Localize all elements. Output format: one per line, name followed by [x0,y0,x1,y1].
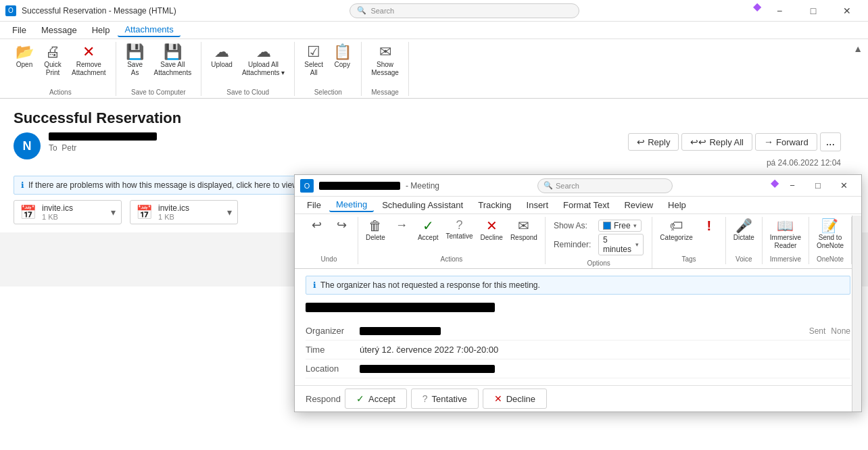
copy-icon: 📋 [333,45,352,59]
popup-decline-icon: ✕ [486,219,498,232]
popup-maximize-button[interactable]: □ [806,176,830,195]
show-as-row: Show As: Free ▾ [554,220,644,232]
more-icon: ... [826,136,835,147]
save-all-button[interactable]: 💾 Save AllAttachments [150,42,196,80]
ribbon-group-actions: 📂 Open 🖨 QuickPrint ✕ RemoveAttachment A… [5,42,116,96]
popup-delete-button[interactable]: 🗑 Delete [362,217,389,244]
redo-button[interactable]: ↪ [329,217,354,233]
reminder-dropdown-icon: ▾ [635,241,639,248]
recipient-name: Petr [62,143,76,153]
more-actions-button[interactable]: ... [820,132,841,151]
options-group-label: Options [550,258,648,268]
popup-minimize-button[interactable]: − [780,176,804,195]
search-icon: 🔍 [357,6,366,15]
show-message-icon: ✉ [379,45,391,59]
popup-outlook-icon: O [300,179,314,193]
dictate-button[interactable]: 🎤 Dictate [730,217,758,244]
open-icon: 📂 [16,45,34,59]
copy-button[interactable]: 📋 Copy [329,42,356,72]
menu-item-file[interactable]: File [5,24,33,36]
popup-close-button[interactable]: ✕ [831,176,856,195]
upload-all-button[interactable]: ☁ Upload AllAttachments ▾ [238,42,289,80]
time-label: Time [306,345,360,355]
quick-print-button[interactable]: 🖨 QuickPrint [39,42,66,80]
undo-button[interactable]: ↩ [304,217,329,233]
organizer-field: Organizer Sent None [306,322,850,341]
show-as-value[interactable]: Free ▾ [598,220,642,232]
save-cloud-group-label: Save to Cloud [207,86,289,96]
popup-tentative-button[interactable]: ? Tentative [442,217,476,243]
maximize-button[interactable]: □ [798,0,829,22]
popup-search-box[interactable]: 🔍 Search [537,178,673,193]
sender-name-redacted [49,132,157,141]
show-message-button[interactable]: ✉ ShowMessage [367,42,403,80]
popup-forward-arrow-button[interactable]: → [389,217,414,234]
menu-item-message[interactable]: Message [34,24,84,36]
immersive-reader-button[interactable]: 📖 ImmersiveReader [767,217,804,252]
popup-menu-file[interactable]: File [300,199,328,211]
popup-decline-button[interactable]: ✕ Decline [477,217,506,244]
ribbon-selection-items: ☑ SelectAll 📋 Copy [300,42,356,86]
collapse-icon[interactable]: ▲ [853,43,863,54]
ribbon-message-items: ✉ ShowMessage [367,42,403,86]
popup-menu-meeting[interactable]: Meeting [329,198,374,212]
popup-actions-group-label: Actions [362,254,541,264]
location-label: Location [306,364,360,374]
categorize-button[interactable]: 🏷 Categorize [656,217,696,244]
undo-group-label: Undo [304,254,354,264]
show-as-value-text: Free [614,221,631,230]
send-to-onenote-button[interactable]: 📝 Send toOneNote [813,217,847,252]
menu-item-attachments[interactable]: Attachments [118,23,180,37]
select-all-button[interactable]: ☑ SelectAll [300,42,327,80]
popup-title-suffix: - Meeting [406,181,439,191]
tags-group-label: Tags [656,254,721,264]
respond-decline-button[interactable]: ✕ Decline [483,389,547,409]
forward-icon: → [764,136,773,147]
sent-label: Sent [809,326,826,336]
attachment-item-2[interactable]: 📅 invite.ics 1 KB ▾ [130,200,238,224]
respond-section: Respond ✓ Accept ? Tentative ✕ Decline [295,385,861,411]
minimize-button[interactable]: − [764,0,795,22]
attachment-item-1[interactable]: 📅 invite.ics 1 KB ▾ [14,200,122,224]
attachment-size-1: 1 KB [42,213,105,221]
upload-button[interactable]: ☁ Upload [207,42,237,72]
forward-button[interactable]: → Forward [755,133,817,151]
close-button[interactable]: ✕ [831,0,863,22]
ribbon-actions-items: 📂 Open 🖨 QuickPrint ✕ RemoveAttachment [11,42,110,86]
popup-scrollbar[interactable] [852,216,861,411]
title-bar-left: O Successful Reservation - Message (HTML… [5,5,176,16]
popup-menu-scheduling[interactable]: Scheduling Assistant [375,199,470,211]
respond-accept-icon: ✓ [356,393,364,404]
popup-accept-button[interactable]: ✓ Accept [414,217,442,244]
popup-respond-button[interactable]: ✉ Respond [507,217,541,244]
popup-menu-insert[interactable]: Insert [520,199,556,211]
options-group: Show As: Free ▾ Reminder: 5 minutes ▾ [550,217,648,258]
attachment-info-2: invite.ics 1 KB [158,203,222,221]
title-search-box[interactable]: 🔍 Search [349,3,579,18]
email-actions-row: ↩ Reply ↩↩ Reply All → Forward ... [614,132,854,154]
importance-button[interactable]: ! [697,217,721,234]
popup-menu-help[interactable]: Help [661,199,693,211]
message-group-label: Message [367,86,403,96]
popup-accept-icon: ✓ [423,219,434,232]
popup-menu-tracking[interactable]: Tracking [471,199,518,211]
reply-all-button[interactable]: ↩↩ Reply All [681,133,752,151]
popup-ribbon-immersive: 📖 ImmersiveReader Immersive [763,217,809,264]
respond-tentative-button[interactable]: ? Tentative [411,389,479,409]
popup-menu-format-text[interactable]: Format Text [556,199,616,211]
respond-accept-button[interactable]: ✓ Accept [345,389,407,409]
open-button[interactable]: 📂 Open [11,42,38,72]
open-label: Open [16,61,32,69]
reminder-value[interactable]: 5 minutes ▾ [598,234,644,255]
menu-item-help[interactable]: Help [85,24,117,36]
immersive-reader-label: ImmersiveReader [770,234,801,250]
attachment-info-1: invite.ics 1 KB [42,203,105,221]
remove-attachment-button[interactable]: ✕ RemoveAttachment [68,42,110,80]
reply-button[interactable]: ↩ Reply [628,133,679,151]
save-as-button[interactable]: 💾 SaveAs [122,42,149,80]
attachment-name-1: invite.ics [42,203,105,213]
ribbon-collapse: ▲ [853,42,863,55]
popup-menu-review[interactable]: Review [617,199,660,211]
dictate-icon: 🎤 [736,219,752,232]
undo-icon: ↩ [312,219,322,231]
